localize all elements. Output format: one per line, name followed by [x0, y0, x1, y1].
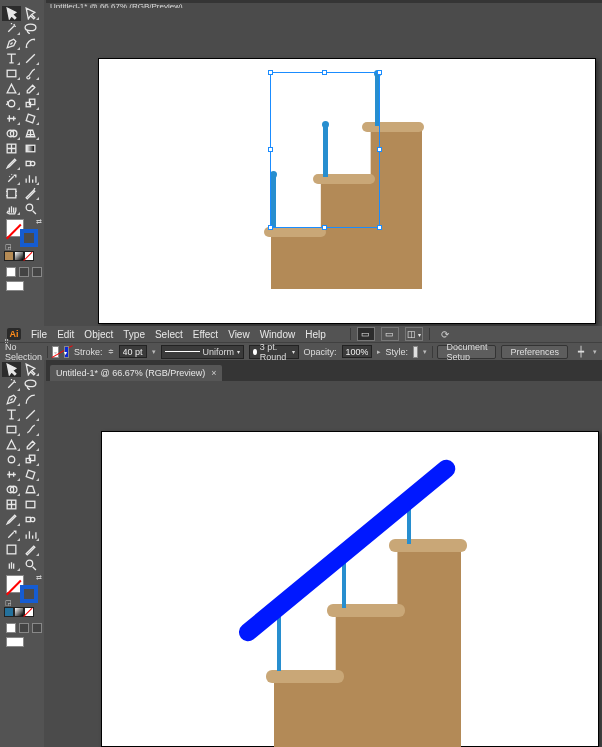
selection-tool[interactable]	[2, 362, 21, 377]
magic-wand-tool[interactable]	[2, 377, 21, 392]
symbol-sprayer-tool[interactable]	[2, 171, 21, 186]
draw-behind[interactable]	[19, 623, 29, 633]
perspective-tool[interactable]	[21, 126, 40, 141]
lasso-tool[interactable]	[21, 21, 40, 36]
rectangle-tool[interactable]	[2, 66, 21, 81]
fill-stroke-swatch[interactable]: ⇄ ◲	[6, 219, 36, 245]
curvature-tool[interactable]	[21, 392, 40, 407]
scale-tool[interactable]	[21, 452, 40, 467]
layout-mode-b-icon[interactable]: ▭	[381, 327, 399, 341]
selection-bounding-box[interactable]	[270, 72, 380, 228]
eyedropper-tool[interactable]	[2, 156, 21, 171]
brush-tool[interactable]	[21, 422, 40, 437]
pen-tool[interactable]	[2, 392, 21, 407]
menu-effect[interactable]: Effect	[193, 329, 218, 340]
type-tool[interactable]	[2, 51, 21, 66]
stroke-swatch[interactable]	[20, 229, 38, 247]
stroke-swatch[interactable]	[20, 585, 38, 603]
direct-selection-tool[interactable]	[21, 6, 40, 21]
app-brand-icon[interactable]: Ai	[7, 328, 21, 340]
rectangle-tool[interactable]	[2, 422, 21, 437]
draw-behind[interactable]	[19, 267, 29, 277]
brush-dropdown[interactable]: 3 pt. Round▾	[249, 345, 299, 359]
menu-view[interactable]: View	[228, 329, 250, 340]
draw-normal[interactable]	[6, 267, 16, 277]
fill-color-swatch[interactable]: ▾	[52, 346, 59, 358]
eraser-tool[interactable]	[21, 437, 40, 452]
canvas-area[interactable]	[46, 8, 602, 326]
mesh-tool[interactable]	[2, 497, 21, 512]
zoom-tool[interactable]	[21, 201, 40, 216]
free-transform-tool[interactable]	[21, 467, 40, 482]
layout-mode-a-icon[interactable]: ▭	[357, 327, 375, 341]
column-graph-tool[interactable]	[21, 171, 40, 186]
eraser-tool[interactable]	[21, 81, 40, 96]
eyedropper-tool[interactable]	[2, 512, 21, 527]
direct-selection-tool[interactable]	[21, 362, 40, 377]
document-tab[interactable]: Untitled-1* @ 66.67% (RGB/Preview) ×	[50, 365, 222, 381]
stroke-weight-link-icon[interactable]: ≑	[108, 348, 114, 356]
free-transform-tool[interactable]	[21, 111, 40, 126]
none-mode[interactable]	[24, 607, 34, 617]
canvas-area[interactable]	[46, 381, 602, 747]
stroke-color-swatch[interactable]: ▾	[64, 346, 69, 358]
zoom-tool[interactable]	[21, 557, 40, 572]
graphic-style-swatch[interactable]	[413, 346, 418, 358]
rotate-tool[interactable]	[2, 452, 21, 467]
gradient-tool[interactable]	[21, 497, 40, 512]
menu-type[interactable]: Type	[123, 329, 145, 340]
none-mode[interactable]	[24, 251, 34, 261]
slice-tool[interactable]	[21, 542, 40, 557]
draw-inside[interactable]	[32, 623, 42, 633]
column-graph-tool[interactable]	[21, 527, 40, 542]
swap-fill-stroke-icon[interactable]: ⇄	[36, 218, 42, 226]
menu-object[interactable]: Object	[84, 329, 113, 340]
width-tool[interactable]	[2, 467, 21, 482]
artboard[interactable]	[101, 431, 599, 747]
close-icon[interactable]: ×	[211, 368, 216, 378]
style-more-icon[interactable]: ▾	[423, 348, 427, 356]
shaper-tool[interactable]	[2, 81, 21, 96]
stroke-profile-dropdown[interactable]: Uniform▾	[161, 345, 245, 359]
menu-file[interactable]: File	[31, 329, 47, 340]
type-tool[interactable]	[2, 407, 21, 422]
toolbox-grip-icon[interactable]: ⠿	[4, 338, 9, 346]
stroke-weight-step-icon[interactable]: ▾	[152, 348, 156, 356]
width-tool[interactable]	[2, 111, 21, 126]
menu-window[interactable]: Window	[260, 329, 296, 340]
hand-tool[interactable]	[2, 557, 21, 572]
default-fill-stroke-icon[interactable]: ◲	[5, 599, 12, 607]
gradient-tool[interactable]	[21, 141, 40, 156]
document-setup-button[interactable]: Document Setup	[437, 345, 496, 359]
arrange-documents-icon[interactable]: ◫▾	[405, 327, 423, 341]
shape-builder-tool[interactable]	[2, 126, 21, 141]
rotate-tool[interactable]	[2, 96, 21, 111]
scale-tool[interactable]	[21, 96, 40, 111]
line-tool[interactable]	[21, 407, 40, 422]
mesh-tool[interactable]	[2, 141, 21, 156]
screen-mode[interactable]	[6, 637, 24, 647]
color-mode[interactable]	[4, 607, 14, 617]
screen-mode[interactable]	[6, 281, 24, 291]
opacity-more-icon[interactable]: ▸	[377, 348, 381, 356]
curvature-tool[interactable]	[21, 36, 40, 51]
color-mode[interactable]	[4, 251, 14, 261]
hand-tool[interactable]	[2, 201, 21, 216]
swap-fill-stroke-icon[interactable]: ⇄	[36, 574, 42, 582]
sync-icon[interactable]: ⟳	[436, 327, 454, 341]
shaper-tool[interactable]	[2, 437, 21, 452]
draw-inside[interactable]	[32, 267, 42, 277]
blend-tool[interactable]	[21, 512, 40, 527]
opacity-input[interactable]	[342, 345, 372, 358]
magic-wand-tool[interactable]	[2, 21, 21, 36]
perspective-tool[interactable]	[21, 482, 40, 497]
slice-tool[interactable]	[21, 186, 40, 201]
pen-tool[interactable]	[2, 36, 21, 51]
artboard[interactable]	[98, 58, 596, 324]
preferences-button[interactable]: Preferences	[501, 345, 568, 359]
align-icon[interactable]: ┿	[573, 345, 589, 359]
symbol-sprayer-tool[interactable]	[2, 527, 21, 542]
artboard-tool[interactable]	[2, 542, 21, 557]
artboard-tool[interactable]	[2, 186, 21, 201]
menu-edit[interactable]: Edit	[57, 329, 74, 340]
